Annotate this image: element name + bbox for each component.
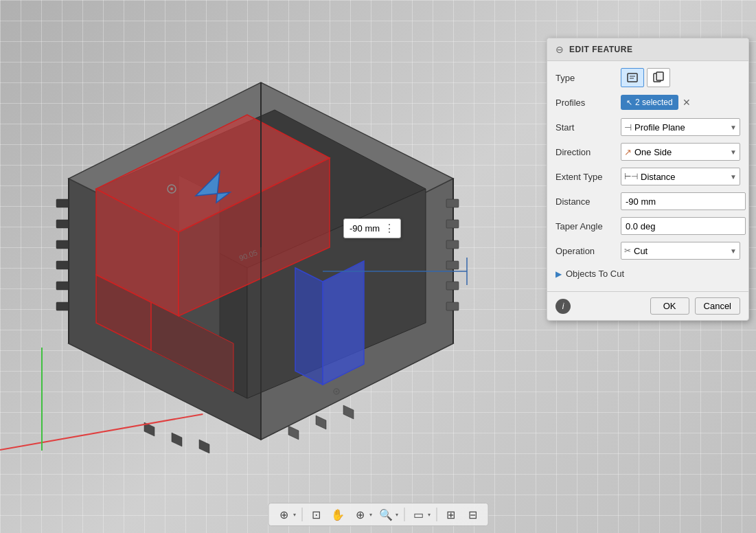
info-button[interactable]: i [555, 299, 571, 314]
extent-type-dropdown[interactable]: ⊢⊣ Distance ▼ [621, 168, 740, 185]
operation-dropdown-arrow: ▼ [730, 247, 737, 255]
taper-angle-input[interactable] [621, 217, 746, 235]
svg-rect-24 [56, 302, 69, 310]
distance-control [621, 192, 746, 210]
svg-marker-13 [323, 261, 364, 385]
objects-to-cut-label: Objects To Cut [566, 269, 624, 279]
move-dropdown-arrow[interactable]: ▾ [293, 512, 296, 518]
svg-marker-35 [316, 416, 326, 429]
view-cube-icon[interactable]: ⊡ [308, 506, 324, 523]
panel-footer: i OK Cancel [547, 291, 748, 320]
type-btn-2[interactable] [647, 68, 670, 87]
svg-rect-23 [56, 282, 69, 290]
separator-3 [436, 508, 437, 521]
extent-type-icon: ⊢⊣ [624, 172, 638, 181]
grid-snap-icon[interactable]: ⊟ [464, 506, 481, 523]
svg-rect-45 [628, 73, 637, 82]
display-dropdown-arrow[interactable]: ▾ [428, 512, 431, 518]
direction-label: Direction [555, 147, 621, 157]
svg-rect-30 [446, 302, 459, 310]
bottom-toolbar: ⊕ ▾ ⊡ ✋ ⊕ ▾ 🔍 ▾ ▭ ▾ ⊞ ⊟ [268, 503, 488, 526]
svg-point-43 [336, 391, 338, 393]
profiles-control: ↖ 2 selected ✕ [621, 95, 740, 110]
panel-body: Type Profiles ↖ 2 selected ✕ [547, 61, 748, 291]
operation-control: ✂ Cut ▼ [621, 242, 740, 260]
taper-angle-row: Taper Angle [555, 216, 740, 236]
operation-value: Cut [634, 246, 648, 256]
objects-to-cut-row[interactable]: ▶ Objects To Cut [555, 266, 740, 282]
display-tool-group: ▭ ▾ [410, 506, 431, 523]
operation-dropdown[interactable]: ✂ Cut ▼ [621, 242, 740, 260]
operation-icon: ✂ [624, 246, 631, 256]
operation-label: Operation [555, 246, 621, 256]
start-dropdown-arrow: ▼ [730, 124, 737, 131]
svg-rect-19 [56, 199, 69, 207]
svg-rect-20 [56, 220, 69, 228]
ok-button[interactable]: OK [650, 297, 689, 315]
svg-marker-34 [288, 426, 299, 440]
direction-row: Direction ↗ One Side ▼ [555, 142, 740, 161]
move-icon[interactable]: ⊕ [275, 506, 292, 523]
type-control [621, 68, 740, 87]
extent-type-value: Distance [641, 172, 676, 182]
profiles-selected-text: 2 selected [635, 98, 673, 107]
svg-rect-28 [446, 261, 459, 269]
distance-row: Distance [555, 192, 740, 211]
extent-type-dropdown-arrow: ▼ [730, 173, 737, 181]
3d-model: 90.05 [27, 55, 494, 453]
zoom-tool-group: ⊕ ▾ [352, 506, 372, 523]
svg-marker-33 [199, 440, 209, 453]
axis-y [41, 348, 43, 451]
start-label: Start [555, 122, 621, 133]
expand-icon: ▶ [555, 269, 562, 279]
distance-input[interactable] [621, 192, 746, 210]
info-icon-text: i [562, 302, 564, 311]
direction-control: ↗ One Side ▼ [621, 143, 740, 161]
distance-label: Distance [555, 196, 621, 207]
fit-tool-group: 🔍 ▾ [378, 506, 398, 523]
fit-icon[interactable]: 🔍 [378, 506, 394, 523]
pan-icon[interactable]: ✋ [330, 506, 346, 523]
direction-icon: ↗ [624, 147, 632, 157]
direction-dropdown-arrow: ▼ [730, 148, 737, 156]
svg-marker-32 [172, 433, 182, 446]
cursor-icon: ↖ [626, 98, 632, 107]
profiles-clear-button[interactable]: ✕ [681, 97, 692, 108]
fit-dropdown-arrow[interactable]: ▾ [396, 512, 398, 518]
start-dropdown[interactable]: ⊣ Profile Plane ▼ [621, 118, 740, 136]
dimension-menu-icon[interactable]: ⋮ [384, 222, 395, 235]
type-label: Type [555, 73, 621, 83]
svg-rect-27 [446, 240, 459, 249]
start-row: Start ⊣ Profile Plane ▼ [555, 117, 740, 137]
edit-feature-panel: ⊖ EDIT FEATURE Type Profiles ↖ 2 selecte… [547, 38, 749, 321]
zoom-icon[interactable]: ⊕ [352, 506, 368, 523]
profiles-selected-button[interactable]: ↖ 2 selected [621, 95, 678, 110]
extent-type-control: ⊢⊣ Distance ▼ [621, 168, 740, 185]
zoom-dropdown-arrow[interactable]: ▾ [369, 512, 372, 518]
type-btn-1[interactable] [621, 68, 644, 87]
svg-rect-49 [656, 72, 663, 80]
extent-type-label: Extent Type [555, 172, 621, 182]
separator-2 [404, 508, 404, 521]
dimension-tooltip: -90 mm ⋮ [343, 218, 401, 238]
direction-dropdown[interactable]: ↗ One Side ▼ [621, 143, 740, 161]
panel-title: EDIT FEATURE [569, 45, 632, 54]
extent-type-row: Extent Type ⊢⊣ Distance ▼ [555, 167, 740, 186]
dimension-value: -90 mm [350, 223, 380, 234]
type-row: Type [555, 68, 740, 87]
taper-angle-label: Taper Angle [555, 221, 621, 231]
svg-point-39 [170, 188, 173, 190]
grid-icon[interactable]: ⊞ [442, 506, 459, 523]
cancel-button[interactable]: Cancel [695, 297, 740, 315]
display-icon[interactable]: ▭ [410, 506, 426, 523]
panel-header: ⊖ EDIT FEATURE [547, 38, 748, 61]
svg-rect-29 [446, 282, 459, 290]
taper-angle-control [621, 217, 746, 235]
collapse-icon[interactable]: ⊖ [555, 44, 564, 55]
svg-rect-25 [446, 199, 459, 207]
start-icon: ⊣ [624, 122, 632, 133]
svg-rect-26 [446, 220, 459, 228]
start-value: Profile Plane [634, 122, 685, 133]
operation-row: Operation ✂ Cut ▼ [555, 241, 740, 260]
svg-rect-22 [56, 261, 69, 269]
